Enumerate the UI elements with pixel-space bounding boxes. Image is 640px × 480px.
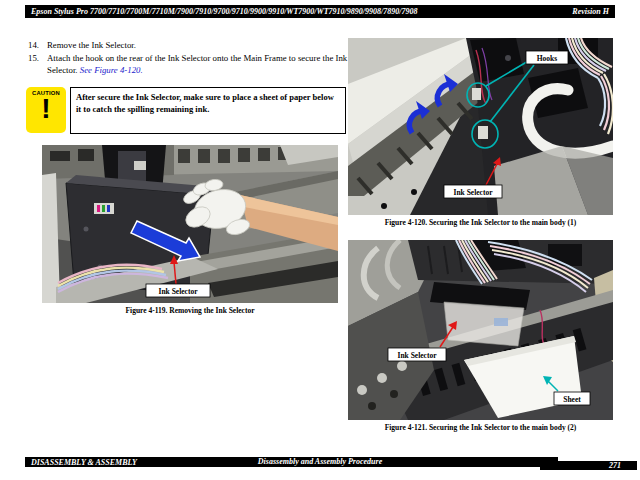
figure-4-119-caption: Figure 4-119. Removing the Ink Selector: [42, 306, 338, 315]
svg-text:Ink Selector: Ink Selector: [454, 188, 494, 197]
hooks-callout: Hooks: [526, 51, 568, 64]
header-revision: Revision H: [572, 7, 609, 16]
svg-text:Hooks: Hooks: [537, 54, 558, 63]
caution-text-box: After secure the Ink Selector, make sure…: [70, 87, 346, 134]
svg-text:Sheet: Sheet: [563, 395, 581, 404]
ink-selector-callout: Ink Selector: [388, 348, 446, 361]
exclamation-mark-icon: !: [26, 96, 66, 122]
figure-4-120: Hooks Ink Selector Figure 4-120. Securin…: [348, 38, 613, 227]
see-figure-link[interactable]: See Figure 4-120.: [80, 65, 143, 75]
ink-selector-callout: Ink Selector: [146, 284, 210, 297]
step-14: 14. Remove the Ink Selector.: [28, 39, 354, 51]
figure-4-121: Ink Selector Sheet Figure 4-121. Securin…: [348, 240, 613, 432]
caution-icon: CAUTION !: [26, 87, 66, 133]
figure-4-120-caption: Figure 4-120. Securing the Ink Selector …: [348, 218, 613, 227]
figure-4-120-photo: Hooks Ink Selector: [348, 38, 613, 215]
header-bar: Epson Stylus Pro 7700/7710/7700M/7710M/7…: [25, 5, 615, 18]
figure-4-121-caption: Figure 4-121. Securing the Ink Selector …: [348, 423, 613, 432]
manual-page: Epson Stylus Pro 7700/7710/7700M/7710M/7…: [0, 0, 640, 480]
step-15: 15. Attach the hook on the rear of the I…: [28, 52, 354, 76]
footer-bar: DISASSEMBLY & ASSEMBLY: [25, 457, 558, 467]
figure-4-119-photo: Ink Selector: [42, 145, 338, 303]
figure-4-119: Ink Selector Figure 4-119. Removing the …: [42, 145, 338, 315]
footer-page-number: 271: [540, 461, 637, 470]
step-15-number: 15.: [28, 52, 39, 64]
header-title: Epson Stylus Pro 7700/7710/7700M/7710M/7…: [31, 7, 417, 16]
step-15-text: Attach the hook on the rear of the Ink S…: [28, 52, 354, 76]
svg-text:Ink Selector: Ink Selector: [159, 287, 199, 296]
step-14-text: Remove the Ink Selector.: [28, 39, 354, 51]
sheet-callout: Sheet: [554, 392, 590, 405]
figure-4-121-photo: Ink Selector Sheet: [348, 240, 613, 420]
step-14-number: 14.: [28, 39, 39, 51]
svg-text:Ink Selector: Ink Selector: [398, 351, 438, 360]
footer-section: DISASSEMBLY & ASSEMBLY: [31, 458, 137, 467]
ink-selector-callout: Ink Selector: [444, 185, 502, 198]
